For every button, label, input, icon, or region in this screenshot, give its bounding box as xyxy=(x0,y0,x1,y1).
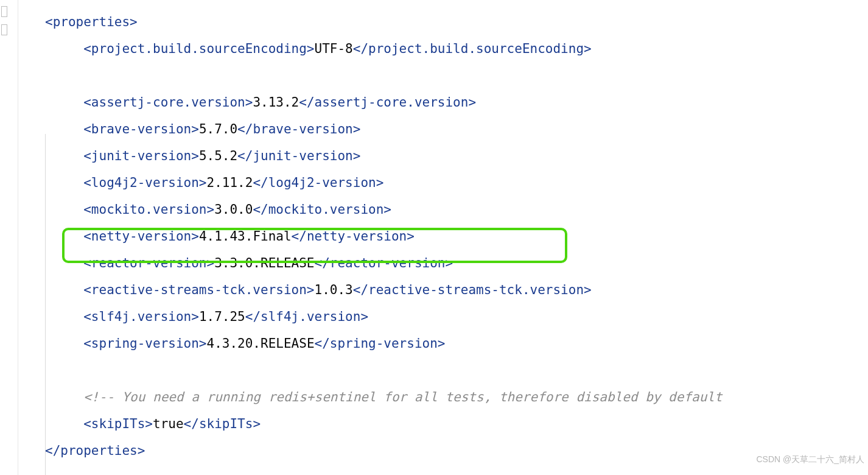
code-line: <reactive-streams-tck.version>1.0.3</rea… xyxy=(45,276,723,303)
watermark-text: CSDN @天草二十六_简村人 xyxy=(756,446,864,473)
code-line: <!-- You need a running redis+sentinel f… xyxy=(45,384,723,410)
code-line: </properties> xyxy=(45,437,723,464)
code-line: <properties> xyxy=(45,9,723,35)
code-line: <junit-version>5.5.2</junit-version> xyxy=(45,142,723,169)
code-line: <spring-version>4.3.20.RELEASE</spring-v… xyxy=(45,330,723,357)
code-content: <properties> <project.build.sourceEncodi… xyxy=(45,9,723,464)
code-line: <skipITs>true</skipITs> xyxy=(45,410,723,437)
fold-marker-icon xyxy=(1,24,7,35)
code-line xyxy=(45,357,723,384)
code-line: <brave-version>5.7.0</brave-version> xyxy=(45,116,723,142)
code-line: <log4j2-version>2.11.2</log4j2-version> xyxy=(45,169,723,196)
gutter xyxy=(0,0,18,475)
fold-marker-icon xyxy=(1,6,7,17)
code-line: <netty-version>4.1.43.Final</netty-versi… xyxy=(45,223,723,250)
code-line: <slf4j.version>1.7.25</slf4j.version> xyxy=(45,303,723,330)
code-line: <project.build.sourceEncoding>UTF-8</pro… xyxy=(45,35,723,62)
code-line: <assertj-core.version>3.13.2</assertj-co… xyxy=(45,89,723,116)
code-line: <mockito.version>3.0.0</mockito.version> xyxy=(45,196,723,223)
code-line: <reactor-version>3.3.0.RELEASE</reactor-… xyxy=(45,250,723,276)
code-line xyxy=(45,62,723,89)
